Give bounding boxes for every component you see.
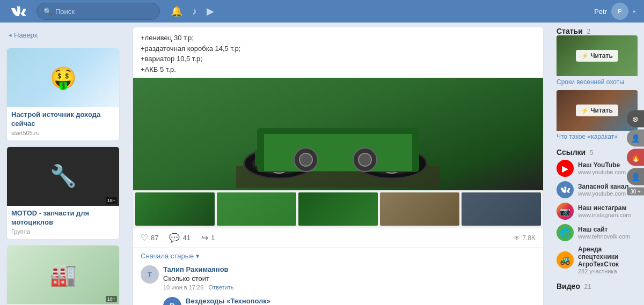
article-card-2[interactable]: Читать Что такое «каракат»: [557, 90, 638, 140]
chevron-down-icon: ▾: [633, 9, 635, 14]
link-title-vk: Запасной канал: [578, 183, 628, 190]
top-navigation: 🔍 🔔 ♪ ▶ Petr P ▾: [0, 0, 644, 23]
vk-logo[interactable]: [9, 2, 28, 21]
ad-placeholder-1: 🤑: [7, 48, 119, 107]
float-icon-2[interactable]: 👤: [627, 129, 644, 146]
comments-sort[interactable]: Сначала старые ▾: [141, 252, 536, 260]
comment-avatar-1: Т: [141, 265, 159, 284]
reply-link-1[interactable]: Ответить: [208, 284, 233, 291]
thumb-4[interactable]: [380, 192, 459, 226]
search-input[interactable]: [55, 8, 153, 16]
link-body-ig: Наш инстаграм www.instagram.com: [578, 204, 631, 218]
music-icon[interactable]: ♪: [192, 6, 197, 17]
links-section: Ссылки 5 ▶ Наш YouTube www.youtube.com: [557, 148, 638, 274]
read-button-2[interactable]: Читать: [576, 105, 618, 116]
comment-1: Т Талип Рахимаянов Сколько стоит 10 июн …: [141, 265, 536, 291]
like-button[interactable]: ♡ 87: [141, 233, 158, 243]
back-to-top[interactable]: Наверх: [0, 27, 126, 43]
ad-block-2[interactable]: 🔧 18+ MOTOD - запчасти для мотоциклов Гр…: [6, 146, 120, 240]
float-icon-3[interactable]: 🔥: [627, 148, 644, 166]
left-sidebar: Наверх 🤑 Настрой источник дохода сейчас …: [0, 23, 126, 305]
link-url-yt: www.youtube.com: [578, 169, 626, 175]
link-body-vk: Запасной канал www.youtube.com: [578, 183, 628, 197]
search-box[interactable]: 🔍: [36, 3, 160, 20]
main-feed: +ленивец 30 т.р; +раздаточная коробка 14…: [126, 23, 550, 305]
ad-source-1: start505.ru: [11, 130, 115, 136]
comment-avatar-reply: В: [163, 297, 181, 305]
link-title-rent: Аренда спецтехники АгроТехСток: [578, 246, 638, 268]
user-menu[interactable]: Petr P ▾: [594, 3, 635, 20]
post-line-1: +ленивец 30 т.р;: [141, 33, 536, 43]
comment-meta-1: 10 июн в 17:26 Ответить: [163, 284, 536, 291]
svg-rect-7: [258, 129, 419, 172]
ad-source-2: Группа: [11, 228, 115, 235]
thumb-1[interactable]: [135, 192, 215, 226]
ad-image-3: 🏭 18+: [7, 246, 119, 304]
like-icon: ♡: [141, 233, 148, 243]
ad-block-1[interactable]: 🤑 Настрой источник дохода сейчас start50…: [6, 48, 120, 141]
svg-rect-15: [255, 150, 263, 166]
links-count: 5: [590, 149, 594, 157]
video-header: Видео 21: [557, 282, 638, 291]
link-url-ig: www.instagram.com: [578, 212, 631, 218]
thumbnail-strip: [133, 190, 543, 228]
site-icon: 🌐: [557, 224, 574, 241]
search-icon: 🔍: [43, 8, 52, 16]
link-body-rent: Аренда спецтехники АгроТехСток 282 участ…: [578, 246, 638, 274]
video-section: Видео 21: [557, 282, 638, 291]
notifications-icon[interactable]: 🔔: [171, 5, 182, 17]
articles-count: 2: [587, 28, 590, 35]
link-body-yt: Наш YouTube www.youtube.com: [578, 161, 626, 175]
svg-point-12: [299, 153, 312, 166]
share-count: 1: [211, 234, 215, 242]
nav-icons: 🔔 ♪ ▶: [171, 5, 214, 17]
youtube-icon: ▶: [557, 160, 574, 177]
ad-title-1: Настрой источник дохода сейчас: [11, 110, 115, 129]
ad-placeholder-3: 🏭: [7, 246, 119, 304]
comment-body-reply: Вездеходы «Технополк» ответил · 9 ответо…: [186, 297, 536, 305]
share-button[interactable]: ↪ 1: [201, 233, 215, 243]
vk-backup-icon: [557, 181, 574, 198]
post-main-image[interactable]: [133, 78, 543, 190]
links-header: Ссылки 5: [557, 148, 638, 157]
float-icon-1[interactable]: ⊗: [627, 110, 644, 127]
ad-block-3[interactable]: 🏭 18+ ЛКМ для судоремонта, гибкие цены! …: [6, 245, 120, 305]
comment-icon: 💬: [169, 233, 180, 243]
article-card-1[interactable]: Читать Сроки весенней охоты: [557, 35, 638, 86]
vehicle-svg: [236, 80, 440, 188]
link-vk[interactable]: Запасной канал www.youtube.com: [557, 181, 638, 198]
comments-section: Сначала старые ▾ Т Талип Рахимаянов Скол…: [133, 247, 543, 305]
share-icon: ↪: [201, 233, 208, 243]
views-count: 👁 7.8K: [514, 234, 536, 242]
thumb-3[interactable]: [298, 192, 378, 226]
post-card: +ленивец 30 т.р; +раздаточная коробка 14…: [133, 27, 544, 305]
link-instagram[interactable]: 📷 Наш инстаграм www.instagram.com: [557, 203, 638, 220]
eye-icon: 👁: [514, 234, 520, 242]
read-button-1[interactable]: Читать: [576, 50, 618, 62]
video-icon[interactable]: ▶: [207, 5, 214, 17]
avatar: P: [611, 3, 628, 20]
thumb-5[interactable]: [462, 192, 541, 226]
link-site[interactable]: 🌐 Наш сайт www.tehnovolk.com: [557, 224, 638, 241]
link-title-site: Наш сайт: [578, 226, 630, 233]
sort-label: Сначала старые: [141, 252, 194, 260]
comment-body-1: Талип Рахимаянов Сколько стоит 10 июн в …: [163, 265, 536, 291]
ad-placeholder-2: 🔧: [7, 147, 119, 206]
link-url-site: www.tehnovolk.com: [578, 233, 630, 240]
comment-name-1[interactable]: Талип Рахимаянов: [163, 265, 536, 273]
article-image-2: Читать: [557, 90, 638, 131]
link-rent[interactable]: 🚜 Аренда спецтехники АгроТехСток 282 уча…: [557, 246, 638, 274]
comment-name-reply[interactable]: Вездеходы «Технополк»: [186, 297, 536, 305]
post-line-2: +раздаточная коробка 14,5 т.р;: [141, 43, 536, 54]
comment-count: 41: [182, 234, 190, 242]
link-youtube[interactable]: ▶ Наш YouTube www.youtube.com: [557, 160, 638, 177]
thumb-2[interactable]: [217, 192, 296, 226]
user-name: Petr: [594, 8, 607, 16]
float-icon-4[interactable]: 👤: [627, 168, 644, 185]
article-label-2[interactable]: Что такое «каракат»: [557, 133, 638, 140]
video-count: 21: [584, 283, 591, 291]
age-badge-3: 18+: [106, 296, 117, 302]
comment-button[interactable]: 💬 41: [169, 233, 190, 243]
article-label-1[interactable]: Сроки весенней охоты: [557, 78, 638, 86]
link-url-rent: 282 участника: [578, 268, 638, 274]
